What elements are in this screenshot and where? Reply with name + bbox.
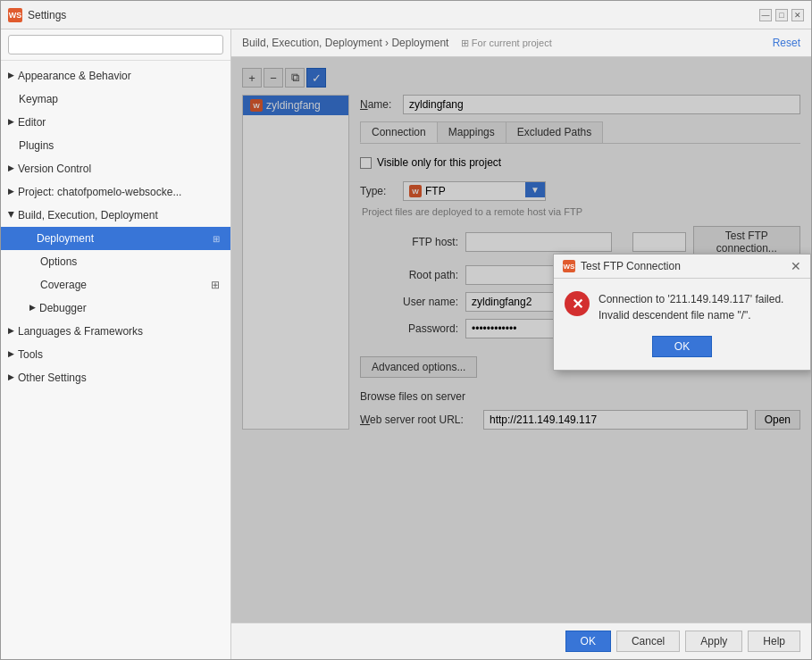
arrow-icon: ▶ (8, 186, 14, 198)
sidebar: ▶ Appearance & Behavior Keymap ▶ Editor … (1, 29, 231, 659)
title-bar-buttons: — □ ✕ (759, 9, 804, 21)
sidebar-item-languages[interactable]: ▶ Languages & Frameworks (1, 320, 230, 343)
cancel-button[interactable]: Cancel (616, 631, 680, 652)
arrow-icon: ▶ (8, 70, 14, 82)
dialog-logo: WS (563, 260, 575, 272)
dialog-title-left: WS Test FTP Connection (563, 260, 681, 272)
arrow-icon: ▶ (8, 325, 14, 338)
sidebar-item-debugger[interactable]: ▶ Debugger (1, 297, 230, 320)
dialog-title-bar: WS Test FTP Connection ✕ (554, 255, 810, 279)
dialog-message: ✕ Connection to '211.149.149.117' failed… (565, 291, 799, 323)
app-logo: WS (8, 8, 22, 22)
main-header: Build, Execution, Deployment › Deploymen… (231, 29, 811, 57)
apply-button[interactable]: Apply (685, 631, 742, 652)
settings-window: WS Settings — □ ✕ ▶ Appearance & Behavio… (0, 0, 812, 660)
sidebar-item-tools[interactable]: ▶ Tools (1, 343, 230, 366)
ok-button[interactable]: OK (565, 631, 611, 652)
sidebar-item-deployment[interactable]: Deployment ⊞ (1, 227, 230, 250)
error-line2: Invalid descendent file name "/". (599, 309, 751, 322)
main-content-area: ▶ Appearance & Behavior Keymap ▶ Editor … (1, 29, 811, 659)
arrow-icon: ▶ (29, 302, 36, 314)
test-ftp-dialog: WS Test FTP Connection ✕ ✕ Connection to… (553, 254, 811, 371)
arrow-icon: ▶ (8, 116, 14, 129)
sidebar-item-version-control[interactable]: ▶ Version Control (1, 157, 230, 180)
sidebar-item-keymap[interactable]: Keymap (1, 88, 230, 111)
project-label: ⊞ For current project (461, 38, 552, 48)
sidebar-item-appearance[interactable]: ▶ Appearance & Behavior (1, 64, 230, 88)
dialog-footer: OK (565, 336, 799, 357)
main-panel: Build, Execution, Deployment › Deploymen… (231, 29, 811, 659)
dialog-title-text: Test FTP Connection (581, 260, 681, 272)
close-button[interactable]: ✕ (791, 9, 804, 21)
window-title: Settings (28, 9, 759, 21)
search-box (1, 29, 230, 61)
dialog-overlay: WS Test FTP Connection ✕ ✕ Connection to… (231, 57, 811, 622)
reset-button[interactable]: Reset (773, 37, 800, 49)
title-bar: WS Settings — □ ✕ (1, 1, 811, 29)
maximize-button[interactable]: □ (775, 9, 788, 21)
bottom-bar: OK Cancel Apply Help (231, 622, 811, 659)
dialog-close-button[interactable]: ✕ (791, 260, 801, 272)
sidebar-item-other[interactable]: ▶ Other Settings (1, 366, 230, 389)
error-text: Connection to '211.149.149.117' failed. … (599, 291, 783, 323)
search-input[interactable] (8, 35, 223, 54)
arrow-icon: ▶ (8, 163, 14, 175)
minimize-button[interactable]: — (759, 9, 772, 21)
sidebar-item-build[interactable]: ▶ Build, Execution, Deployment (1, 204, 230, 227)
arrow-open-icon: ▶ (5, 213, 18, 219)
deployment-content: + − ⧉ ✓ W zyldingfang (231, 57, 811, 622)
sidebar-item-coverage[interactable]: Coverage ⊞ (1, 273, 230, 297)
breadcrumb: Build, Execution, Deployment › Deploymen… (242, 37, 552, 49)
sidebar-item-editor[interactable]: ▶ Editor (1, 111, 230, 134)
help-button[interactable]: Help (748, 631, 800, 652)
dialog-body: ✕ Connection to '211.149.149.117' failed… (554, 279, 810, 370)
coverage-icon: ⊞ (211, 277, 220, 293)
sidebar-nav: ▶ Appearance & Behavior Keymap ▶ Editor … (1, 61, 230, 659)
deployment-icon: ⊞ (213, 232, 220, 246)
sidebar-item-options[interactable]: Options (1, 250, 230, 273)
sidebar-item-plugins[interactable]: Plugins (1, 134, 230, 157)
error-icon: ✕ (565, 291, 590, 316)
sidebar-item-project[interactable]: ▶ Project: chatofpomelo-websocke... (1, 180, 230, 204)
arrow-icon: ▶ (8, 372, 14, 384)
dialog-ok-button[interactable]: OK (652, 336, 712, 357)
arrow-icon: ▶ (8, 348, 14, 361)
error-line1: Connection to '211.149.149.117' failed. (599, 293, 783, 305)
